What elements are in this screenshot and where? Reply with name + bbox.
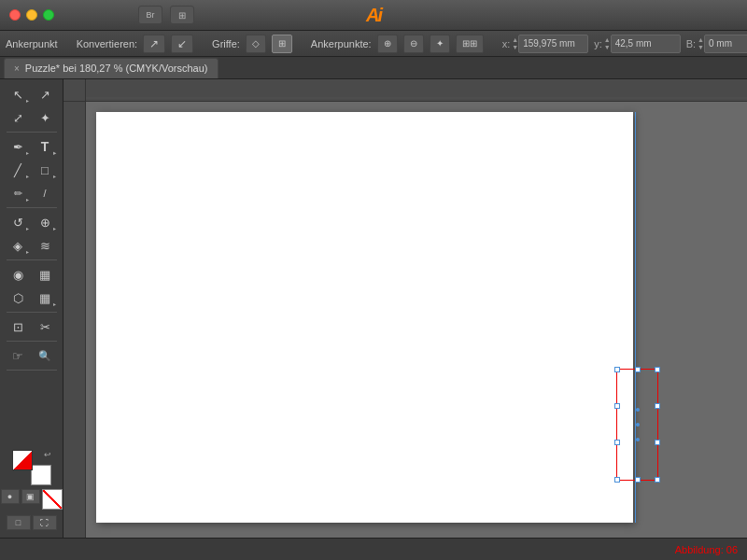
tool-hand[interactable]: ☞ (5, 344, 31, 367)
anchor-bot-left (614, 477, 620, 483)
anchor-top-left (614, 367, 620, 372)
canvas-area[interactable]: /* ruler ticks rendered via CSS only */ (63, 79, 747, 538)
b-spinner[interactable]: ▲▼ (698, 36, 704, 51)
tool-sep-5 (7, 341, 57, 342)
gradient-mode-icon[interactable]: ▣ (21, 489, 40, 504)
konvertieren-btn1[interactable]: ↗ (143, 35, 165, 53)
grid-btn[interactable]: ⊞⊞ (456, 35, 484, 53)
tool-row-10: ⊡ ✂ (5, 315, 58, 338)
tool-gradient[interactable]: ◉ (5, 263, 31, 286)
maximize-button[interactable] (43, 9, 54, 21)
x-input[interactable]: 159,975 mm (518, 35, 588, 53)
b-input[interactable]: 0 mm (704, 35, 747, 53)
tool-mesh[interactable]: ▦ (32, 263, 58, 286)
ankerpunkt-label: Ankerpunkt (6, 38, 58, 49)
tool-scissors[interactable]: ✂ (32, 315, 58, 338)
bridge-button[interactable]: Br (138, 6, 162, 24)
tool-chart[interactable]: ▦▸ (32, 287, 58, 309)
konvertieren-label: Konvertieren: (77, 38, 137, 49)
close-button[interactable] (9, 9, 21, 21)
tool-row-5: ✏▸ / (5, 182, 58, 204)
tool-artboard[interactable]: ⊡ (5, 315, 31, 338)
tool-sep-6 (7, 370, 57, 371)
tool-sep-1 (7, 132, 57, 133)
view-button[interactable]: ⊞ (170, 6, 194, 24)
y-coord-box: y: ▲▼ 42,5 mm (594, 35, 681, 53)
tool-select[interactable]: ↖▸ (5, 83, 31, 105)
abbildung-label: Abbildung: 06 (675, 544, 738, 555)
griffe-btn2[interactable]: ⊞ (272, 35, 292, 53)
color-reset-icon[interactable]: ↩ (44, 450, 51, 459)
konvertieren-btn2[interactable]: ↙ (171, 35, 193, 53)
y-label: y: (594, 38, 602, 49)
tool-direct-select[interactable]: ↗ (32, 83, 58, 105)
tool-magic-wand[interactable]: ✦ (32, 106, 58, 129)
fullscreen-mode-icon[interactable]: ⛶ (33, 515, 57, 530)
tool-row-8: ◉ ▦ (5, 263, 58, 286)
anchor-bot-right (655, 477, 660, 483)
tool-sep-4 (7, 312, 57, 313)
status-bar: Abbildung: 06 (0, 538, 747, 560)
anchor-top-right (655, 367, 660, 372)
tool-smooth[interactable]: / (32, 182, 58, 204)
traffic-lights (0, 9, 54, 21)
y-spinner[interactable]: ▲▼ (604, 36, 611, 51)
tool-rect[interactable]: □▸ (32, 159, 58, 181)
tool-line[interactable]: ╱▸ (5, 159, 31, 181)
selected-shape[interactable] (616, 369, 658, 481)
tool-scale[interactable]: ⊕▸ (32, 211, 58, 233)
x-spinner[interactable]: ▲▼ (512, 36, 518, 51)
tool-row-4: ╱▸ □▸ (5, 159, 58, 181)
tool-row-3: ✒▸ T▸ (5, 135, 58, 158)
tool-row-2: ⤢ ✦ (5, 106, 58, 129)
main-area: ↖▸ ↗ ⤢ ✦ ✒▸ T▸ ╱▸ □▸ ✏▸ / ↺▸ ⊕▸ ◈▸ ≋ (0, 79, 747, 538)
view-mode-icons: □ ⛶ (7, 515, 57, 530)
griffe-btn1[interactable]: ◇ (246, 35, 266, 53)
minimize-button[interactable] (26, 9, 37, 21)
anchor-mid-left (614, 403, 620, 409)
ankerpunkte-btn3[interactable]: ✦ (430, 35, 450, 53)
tool-warp[interactable]: ◈▸ (5, 234, 31, 257)
ankerpunkte-btn2[interactable]: ⊖ (403, 35, 424, 53)
anchor-bot-center (635, 477, 641, 483)
title-bar-extras: Br ⊞ (138, 6, 194, 24)
y-input[interactable]: 42,5 mm (611, 35, 681, 53)
tool-zoom[interactable]: 🔍 (32, 344, 58, 367)
background-color-box[interactable] (31, 465, 51, 485)
ruler-top: /* ruler ticks rendered via CSS only */ (86, 79, 747, 102)
color-swap-area: ↩ (12, 450, 51, 485)
tool-width[interactable]: ≋ (32, 234, 58, 257)
foreground-color-box[interactable] (12, 450, 33, 470)
toolbar: ↖▸ ↗ ⤢ ✦ ✒▸ T▸ ╱▸ □▸ ✏▸ / ↺▸ ⊕▸ ◈▸ ≋ (0, 79, 63, 538)
anchor-top-center (635, 367, 641, 372)
tool-type[interactable]: T▸ (32, 135, 58, 158)
tool-row-1: ↖▸ ↗ (5, 83, 58, 105)
tool-row-7: ◈▸ ≋ (5, 234, 58, 257)
color-mode-icon[interactable]: ● (1, 489, 20, 504)
tool-shape-builder[interactable]: ⬡ (5, 287, 31, 309)
ankerpunkte-btn1[interactable]: ⊕ (377, 35, 398, 53)
title-bar: Ai Br ⊞ (0, 0, 747, 31)
tool-pencil[interactable]: ✏▸ (5, 182, 31, 204)
x-coord-box: x: ▲▼ 159,975 mm (502, 35, 589, 53)
tool-pen[interactable]: ✒▸ (5, 135, 31, 158)
app-icon: Ai (366, 5, 381, 26)
color-area: ↩ ● ▣ □ ⛶ (0, 442, 63, 538)
normal-mode-icon[interactable]: □ (7, 515, 31, 530)
ruler-left (63, 102, 86, 538)
b-label: B: (686, 38, 696, 49)
mode-icons: ● ▣ (1, 489, 63, 510)
ruler-corner (63, 79, 86, 102)
none-mode-box[interactable] (42, 489, 63, 510)
tool-sep-2 (7, 207, 57, 208)
tab-close-icon[interactable]: × (14, 63, 20, 74)
tool-rotate[interactable]: ↺▸ (5, 211, 31, 233)
tool-lasso[interactable]: ⤢ (5, 106, 31, 129)
tab-title: Puzzle* bei 180,27 % (CMYK/Vorschau) (25, 63, 208, 74)
anchor-mid2-left (614, 440, 620, 445)
ankerpunkte-label: Ankerpunkte: (311, 38, 372, 49)
canvas-white (96, 112, 633, 523)
tool-row-9: ⬡ ▦▸ (5, 287, 58, 309)
document-tab[interactable]: × Puzzle* bei 180,27 % (CMYK/Vorschau) (4, 58, 218, 78)
anchor-mid-right (655, 403, 660, 409)
